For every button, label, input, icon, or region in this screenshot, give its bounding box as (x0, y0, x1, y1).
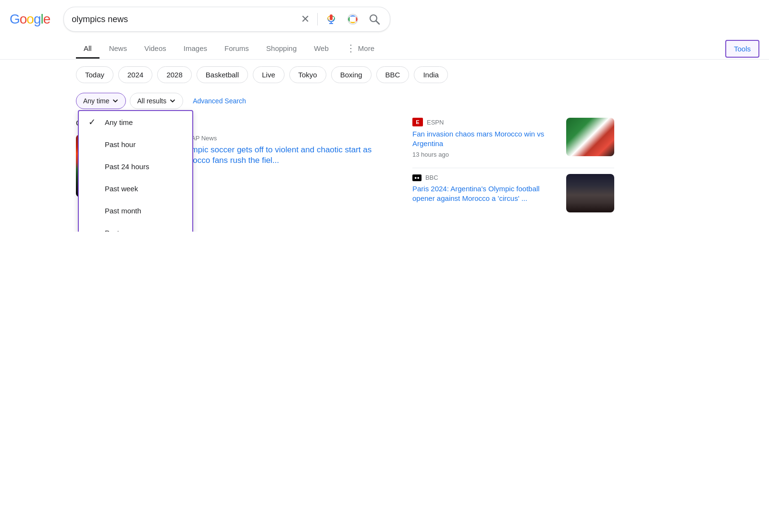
chip-basketball[interactable]: Basketball (197, 66, 248, 83)
header: Google ✕ (0, 0, 769, 38)
chip-2024[interactable]: 2024 (118, 66, 152, 83)
tab-videos[interactable]: Videos (136, 39, 174, 59)
logo-o1: o (20, 12, 27, 27)
dropdown-year-label: Past year (105, 229, 135, 232)
search-input[interactable] (72, 14, 293, 25)
right-time-1: 13 hours ago (412, 151, 559, 158)
news-card-content: AP AP News Olympic soccer gets off to vi… (179, 135, 393, 197)
google-logo[interactable]: Google (10, 12, 50, 27)
source-row: AP AP News (179, 135, 393, 142)
chip-today[interactable]: Today (76, 66, 113, 83)
right-article-2: ●● BBC Paris 2024: Argentina's Olympic f… (412, 174, 614, 212)
tools-row: Any time All results Advanced Search ✓ A… (0, 88, 769, 113)
dropdown-hour-label: Past hour (105, 140, 136, 148)
chip-bbc[interactable]: BBC (376, 66, 409, 83)
tab-more[interactable]: ⋮ More (338, 38, 382, 59)
bbc-source-name: BBC (425, 174, 438, 181)
source-row-espn: E ESPN (412, 118, 559, 126)
chip-2028[interactable]: 2028 (157, 66, 191, 83)
check-icon: ✓ (88, 117, 97, 127)
time-filter-button[interactable]: Any time (76, 93, 126, 109)
bbc-logo: ●● (412, 174, 422, 181)
chip-india[interactable]: India (414, 66, 448, 83)
tab-all[interactable]: All (76, 39, 99, 59)
tab-shopping[interactable]: Shopping (259, 39, 304, 59)
dropdown-anytime-label: Any time (105, 118, 133, 126)
bbc-text: ●● (414, 175, 420, 180)
dropdown-item-anytime[interactable]: ✓ Any time (79, 111, 192, 133)
time-dropdown: ✓ Any time ✓ Past hour ✓ Past 24 hours ✓… (78, 110, 193, 232)
tab-news[interactable]: News (101, 39, 135, 59)
time-filter-label: Any time (83, 97, 109, 105)
right-headline-2[interactable]: Paris 2024: Argentina's Olympic football… (412, 184, 559, 203)
espn-logo: E (412, 118, 423, 126)
tab-more-label: More (358, 44, 374, 52)
tools-button[interactable]: Tools (725, 40, 759, 58)
results-filter-label: All results (137, 97, 166, 105)
logo-g: G (10, 12, 20, 27)
search-icon (369, 13, 380, 25)
search-bar: ✕ (63, 7, 390, 32)
results-filter-button[interactable]: All results (130, 93, 183, 109)
dropdown-item-month[interactable]: ✓ Past month (79, 199, 192, 222)
thumb-image-1 (566, 118, 614, 156)
espn-source-name: ESPN (427, 119, 444, 126)
clear-button[interactable]: ✕ (299, 11, 311, 27)
dropdown-24h-label: Past 24 hours (105, 162, 149, 171)
more-dots-icon: ⋮ (346, 43, 356, 53)
tab-images[interactable]: Images (176, 39, 215, 59)
search-submit-button[interactable] (367, 12, 382, 27)
right-content-2: ●● BBC Paris 2024: Argentina's Olympic f… (412, 174, 559, 205)
dropdown-item-24h[interactable]: ✓ Past 24 hours (79, 155, 192, 177)
dropdown-week-label: Past week (105, 185, 138, 193)
dropdown-month-label: Past month (105, 207, 141, 215)
chip-tokyo[interactable]: Tokyo (289, 66, 326, 83)
news-thumb-1 (566, 118, 614, 156)
divider (317, 13, 318, 25)
logo-g2: g (34, 12, 41, 27)
source-name: AP News (191, 135, 217, 142)
svg-point-4 (351, 17, 355, 21)
tab-web[interactable]: Web (306, 39, 336, 59)
svg-rect-0 (330, 14, 333, 20)
chevron-down-icon-2 (169, 98, 176, 104)
news-thumb-2 (566, 174, 614, 212)
dropdown-item-week[interactable]: ✓ Past week (79, 177, 192, 199)
search-icons: ✕ (299, 11, 382, 27)
lens-icon (347, 13, 359, 25)
right-content-1: E ESPN Fan invasion chaos mars Morocco w… (412, 118, 559, 158)
logo-o2: o (26, 12, 34, 27)
right-results: E ESPN Fan invasion chaos mars Morocco w… (412, 118, 614, 222)
tab-forums[interactable]: Forums (217, 39, 257, 59)
chips-row: Today 2024 2028 Basketball Live Tokyo Bo… (0, 60, 769, 88)
svg-line-6 (376, 21, 380, 25)
thumb-image-2 (566, 174, 614, 212)
nav-tabs: All News Videos Images Forums Shopping W… (0, 38, 769, 60)
news-headline-left[interactable]: Olympic soccer gets off to violent and c… (179, 145, 393, 166)
logo-e: e (43, 12, 50, 27)
voice-search-button[interactable] (323, 12, 339, 27)
close-icon: ✕ (301, 13, 310, 25)
dropdown-item-hour[interactable]: ✓ Past hour (79, 133, 192, 155)
chevron-down-icon (112, 98, 119, 104)
lens-button[interactable] (345, 11, 361, 27)
chip-live[interactable]: Live (253, 66, 285, 83)
right-headline-1[interactable]: Fan invasion chaos mars Morocco win vs A… (412, 129, 559, 148)
source-row-bbc: ●● BBC (412, 174, 559, 181)
right-article-1: E ESPN Fan invasion chaos mars Morocco w… (412, 118, 614, 158)
dropdown-item-year[interactable]: ✓ Past year (79, 222, 192, 232)
advanced-search-link[interactable]: Advanced Search (187, 93, 252, 109)
chip-boxing[interactable]: Boxing (331, 66, 372, 83)
divider-line (412, 168, 614, 168)
mic-icon (325, 13, 337, 25)
